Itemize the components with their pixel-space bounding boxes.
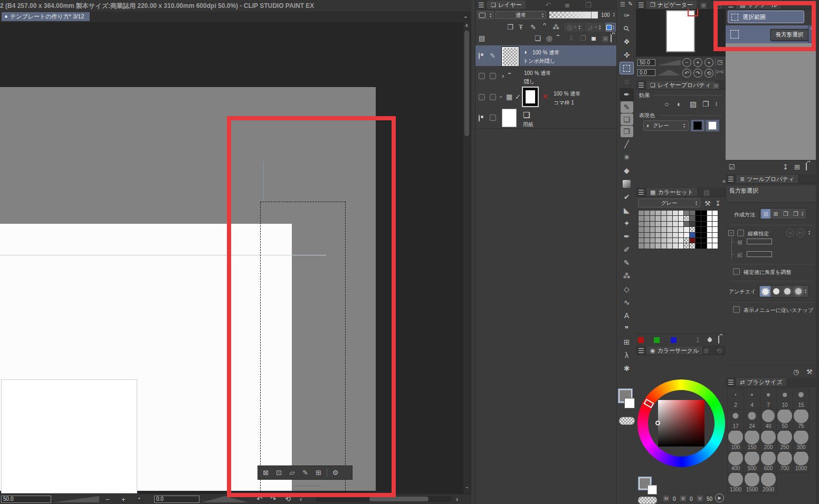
sv-square[interactable] [658, 400, 704, 446]
color-set-select[interactable]: グレー [638, 198, 700, 207]
navigator-preview[interactable] [636, 9, 726, 56]
color-swatch[interactable] [690, 216, 695, 221]
tool-balloon-icon[interactable]: ❞ [620, 322, 634, 335]
color-swatch[interactable] [684, 227, 689, 232]
layer-row[interactable]: › 100 % 通常 隠し [475, 66, 617, 87]
tab-layer-property[interactable]: ❏ レイヤープロパティ [646, 81, 715, 89]
transparent-color-button[interactable] [638, 497, 657, 504]
color-swatch[interactable] [701, 227, 707, 232]
method-add-button[interactable]: ⊞ [771, 209, 780, 218]
color-swatch[interactable] [701, 243, 707, 248]
import-color-set-icon[interactable]: ↧ [715, 200, 721, 207]
color-swatch[interactable] [712, 216, 718, 221]
color-swatch[interactable] [696, 216, 701, 221]
color-swatch[interactable] [679, 227, 684, 232]
scrollbar-thumb[interactable] [369, 497, 428, 501]
brush-size-cell[interactable]: 600 [760, 452, 777, 473]
reset-settings-wrench-icon[interactable]: ⚒ [806, 368, 813, 375]
tool-zoom-icon[interactable]: ⚲ [620, 22, 634, 35]
effect-hatch-icon[interactable]: ▨ [690, 100, 697, 108]
color-swatch[interactable] [696, 243, 701, 248]
color-swatch[interactable] [667, 222, 672, 226]
tool-move-layer-icon[interactable]: ✜ [620, 49, 634, 61]
brush-size-cell[interactable]: 700 [777, 452, 793, 473]
color-swatch[interactable] [650, 222, 655, 226]
blend-mode-select[interactable]: 通常 [496, 11, 546, 19]
tab-layer[interactable]: ❏ レイヤー [487, 1, 526, 9]
color-swatch[interactable] [712, 238, 718, 243]
tab-info-icon[interactable]: ◳ [715, 2, 721, 8]
camera-layer-icon[interactable]: ▣ [602, 35, 608, 42]
nav-rotate-ccw-button[interactable]: ↶ [682, 69, 691, 78]
color-swatch[interactable] [712, 222, 718, 226]
scrollbar-thumb[interactable] [464, 31, 469, 136]
tab-extra-icon[interactable]: ▣ [713, 82, 719, 89]
lock-draw-icon[interactable]: ✎ [530, 24, 536, 31]
opacity-slider[interactable] [549, 12, 598, 18]
mask-enable-group[interactable]: ◎ ✕ [564, 23, 583, 32]
visibility-checkbox[interactable] [479, 73, 485, 79]
document-tab[interactable]: テンプレートの作り方* 3/12 [2, 12, 90, 21]
zoom-in-icon[interactable]: + [121, 496, 126, 503]
color-swatch[interactable] [667, 233, 672, 237]
brush-size-cell[interactable]: 1500 [744, 473, 760, 494]
background-color-swatch[interactable] [647, 485, 657, 495]
scroll-up-icon[interactable]: ∧ [465, 23, 469, 28]
brush-size-cell[interactable]: 500 [744, 452, 760, 473]
layer-thumbnail[interactable] [502, 47, 519, 66]
navigator-zoom-input[interactable]: 50.0 [637, 59, 655, 66]
color-swatch[interactable] [707, 222, 712, 226]
color-swatch[interactable] [690, 222, 695, 226]
tool-eraser-icon[interactable]: ◇ [620, 283, 634, 296]
tool-selection-marquee-icon[interactable] [620, 62, 634, 74]
color-swatch[interactable] [667, 243, 672, 248]
color-swatch[interactable] [639, 233, 644, 237]
toolbar-menu-icon[interactable]: ☰ [620, 2, 625, 7]
color-swatch[interactable] [707, 238, 712, 243]
tool-airbrush-icon[interactable]: ⁂ [620, 270, 634, 282]
canvas-viewport[interactable]: ⊠⊡▱✎⊞⚙ ∧ ⌄ [0, 22, 471, 493]
rotation-reset-icon[interactable]: ⟲ [285, 496, 291, 502]
color-swatch[interactable] [696, 227, 701, 232]
color-swatch[interactable] [650, 216, 655, 221]
zoom-value-input[interactable]: 50.0 [1, 496, 51, 503]
color-swatch[interactable] [673, 222, 678, 226]
effect-stepper[interactable] [715, 101, 718, 107]
tool-straight-line-icon[interactable]: ╱ [620, 138, 634, 150]
color-swatch[interactable] [690, 227, 695, 232]
rotation-slider[interactable] [202, 496, 248, 502]
color-swatch[interactable] [655, 227, 661, 232]
replace-color-icon[interactable]: ↧ [695, 337, 701, 344]
tool-eyedropper-icon[interactable]: ✑ [620, 9, 634, 22]
color-swatch[interactable] [650, 233, 655, 237]
layer-row[interactable]: ❏ 用紙 [475, 108, 617, 129]
color-swatch[interactable] [696, 233, 701, 237]
registered-color-red[interactable] [638, 337, 644, 343]
color-swatch[interactable] [690, 243, 695, 248]
brush-size-cell[interactable]: 7 [760, 388, 777, 410]
fill-selection-icon[interactable]: ✎ [299, 467, 312, 478]
scroll-down-icon[interactable]: ⌄ [465, 484, 469, 489]
rotation-value-input[interactable]: 0.0 [154, 496, 199, 503]
color-swatch[interactable] [701, 211, 707, 215]
color-swatch[interactable] [690, 238, 695, 243]
expand-caret-icon[interactable]: › [502, 72, 504, 79]
tab-subview-icon[interactable]: ▣ [700, 2, 707, 8]
add-subtool-icon[interactable]: ⊞ [794, 164, 800, 170]
tab-layer-mask-icon[interactable]: ◙ [565, 2, 569, 8]
color-swatch[interactable] [650, 238, 655, 243]
tool-frame-layers-icon[interactable]: ❐ [621, 126, 633, 137]
color-swatch[interactable] [661, 243, 666, 248]
color-swatch[interactable] [661, 233, 666, 237]
subtool-group-selection[interactable]: 選択範囲 [728, 11, 804, 23]
color-swatch[interactable] [655, 216, 661, 221]
layer-row[interactable]: ✎ ◑ 100 % 通常 トンボ外隠し [475, 45, 617, 66]
color-swatch[interactable] [655, 233, 661, 237]
color-swatch[interactable] [639, 238, 644, 243]
tool-text-icon[interactable]: A [620, 309, 634, 322]
brush-size-cell[interactable]: 250 [777, 431, 793, 452]
color-swatch[interactable] [644, 243, 650, 248]
stepper-icon[interactable] [489, 13, 492, 18]
collapse-left-icon[interactable]: ‹ [300, 496, 302, 502]
effect-border-icon[interactable]: ○ [664, 100, 669, 108]
